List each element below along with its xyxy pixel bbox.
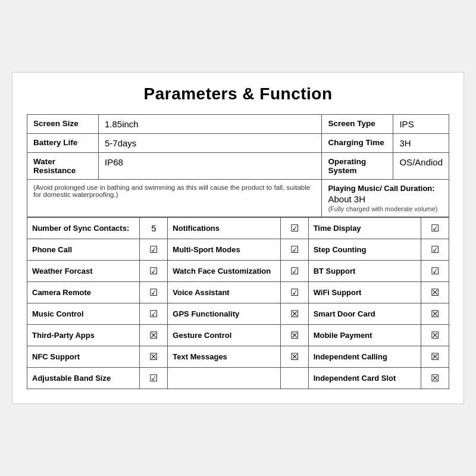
feat-watchface-label: Watch Face Customization [168, 261, 280, 282]
feat-mobilepay-check [421, 325, 449, 346]
spec-value-os: OS/Andiod [393, 153, 449, 180]
feat-wifi-check [421, 282, 449, 303]
feat-btsupport-label: BT Support [308, 261, 421, 282]
feat-textmsg-label: Text Messages [168, 346, 280, 368]
feat-adjband-label: Adjustable Band Size [27, 368, 140, 389]
feat-textmsg-check [280, 346, 308, 368]
feat-sync-label: Number of Sync Contacts: [27, 218, 140, 239]
feat-indcalling-check [421, 346, 449, 368]
feat-thirdparty-label: Third-Party Apps [27, 325, 140, 346]
page-title: Parameters & Function [27, 84, 449, 104]
spec-label-charging: Charging Time [322, 134, 393, 153]
feat-nfc-check [140, 346, 168, 368]
feat-indcalling-label: Independent Calling [308, 346, 421, 368]
feat-mobilepay-label: Mobile Payment [308, 325, 421, 346]
feat-cardslot-label: Independent Card Slot [308, 368, 421, 389]
feat-gps-label: GPS Functionality [168, 303, 280, 325]
spec-value-screen-size: 1.85inch [99, 115, 322, 134]
specs-table: Screen Size 1.85inch Screen Type IPS Bat… [27, 114, 449, 217]
feat-gesture-label: Gesture Control [168, 325, 280, 346]
feat-gps-check [280, 303, 308, 325]
feat-music-check [140, 303, 168, 325]
feat-adjband-check [140, 368, 168, 389]
feat-weather-check [140, 261, 168, 282]
feat-weather-label: Weather Forcast [27, 261, 140, 282]
feat-timedisplay-check [421, 218, 449, 239]
feat-gesture-check [280, 325, 308, 346]
feat-phonecall-label: Phone Call [27, 239, 140, 261]
feat-empty-label [168, 368, 280, 389]
feat-notif-check [280, 218, 308, 239]
feat-camera-check [140, 282, 168, 303]
spec-label-os: Operating System [322, 153, 393, 180]
waterproof-note: (Avoid prolonged use in bathing and swim… [27, 180, 322, 217]
feat-nfc-label: NFC Support [27, 346, 140, 368]
feat-sync-value: 5 [140, 218, 168, 239]
feat-stepcounting-check [421, 239, 449, 261]
feat-thirdparty-check [140, 325, 168, 346]
feat-multisport-label: Multi-Sport Modes [168, 239, 280, 261]
feat-phonecall-check [140, 239, 168, 261]
spec-label-water: Water Resistance [27, 153, 99, 180]
feat-smartdoor-label: Smart Door Card [308, 303, 421, 325]
feat-multisport-check [280, 239, 308, 261]
spec-value-screen-type: IPS [393, 115, 449, 134]
feat-notif-label: Notifications [168, 218, 280, 239]
spec-value-battery: 5-7days [99, 134, 322, 153]
music-call-value: About 3H [328, 194, 443, 204]
feat-music-label: Music Control [27, 303, 140, 325]
feat-voice-check [280, 282, 308, 303]
features-table: Number of Sync Contacts: 5 Notifications… [27, 217, 449, 389]
feat-camera-label: Camera Remote [27, 282, 140, 303]
feat-watchface-check [280, 261, 308, 282]
feat-btsupport-check [421, 261, 449, 282]
spec-value-water: IP68 [99, 153, 322, 180]
feat-smartdoor-check [421, 303, 449, 325]
feat-voice-label: Voice Assistant [168, 282, 280, 303]
feat-wifi-label: WiFi Support [308, 282, 421, 303]
feat-timedisplay-label: Time Display [308, 218, 421, 239]
music-call-sub: (Fully charged with moderate volume) [328, 205, 443, 212]
feat-cardslot-check [421, 368, 449, 389]
feat-empty-check [280, 368, 308, 389]
music-call-label: Playing Music/ Call Duration: [328, 184, 443, 193]
spec-label-screen-type: Screen Type [322, 115, 393, 134]
feat-stepcounting-label: Step Counting [308, 239, 421, 261]
spec-label-screen-size: Screen Size [27, 115, 99, 134]
page: Parameters & Function Screen Size 1.85in… [12, 72, 464, 404]
spec-label-battery: Battery Life [27, 134, 99, 153]
spec-value-charging: 3H [393, 134, 449, 153]
